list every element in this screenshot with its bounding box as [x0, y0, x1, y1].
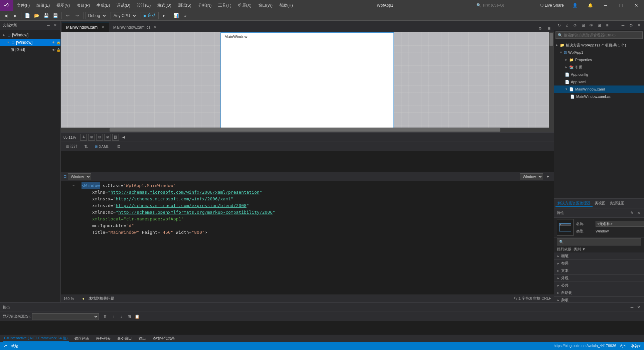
props-search-input[interactable] — [565, 240, 639, 244]
output-source-select[interactable] — [32, 313, 99, 320]
menu-tools[interactable]: 工具(T) — [215, 0, 234, 11]
run-button[interactable]: ▶ 启动 — [141, 12, 159, 19]
props-cat-appearance[interactable]: ► 外观 — [554, 275, 644, 282]
sol-collapse-btn[interactable]: ⊟ — [580, 22, 587, 29]
sol-tab-resourceview[interactable]: 资源视图 — [608, 200, 626, 206]
zoom-btn-more[interactable]: ◀ — [120, 134, 127, 141]
sol-item-references[interactable]: ► 📚 引用 — [554, 63, 644, 71]
props-pin-btn[interactable]: ✎ — [629, 210, 635, 216]
wpf-window-preview[interactable]: MainWindow — [220, 32, 394, 132]
sol-refresh-btn[interactable]: ⟳ — [572, 22, 579, 29]
props-search-box[interactable]: 🔍 — [557, 238, 641, 245]
back-btn[interactable]: ◀ — [1, 12, 10, 19]
footer-tab-output[interactable]: 输出 — [137, 335, 147, 342]
sol-item-properties[interactable]: ► 📁 Properties — [554, 56, 644, 63]
props-cat-layout[interactable]: ► 布局 — [554, 260, 644, 267]
output-copy-btn[interactable]: 📋 — [134, 313, 141, 320]
minimize-button[interactable]: ─ — [598, 0, 613, 11]
design-surface[interactable]: MainWindow — [61, 32, 554, 132]
search-input[interactable] — [483, 3, 532, 7]
search-box[interactable]: 🔍 — [474, 2, 534, 9]
menu-project[interactable]: 项目(P) — [73, 0, 93, 11]
sol-tab-classview[interactable]: 类视图 — [593, 200, 608, 206]
zoom-btn-img[interactable]: 🖼 — [112, 134, 119, 141]
menu-edit[interactable]: 编辑(E) — [33, 0, 53, 11]
open-btn[interactable]: 📂 — [32, 12, 41, 19]
zoom-btn-A[interactable]: A — [80, 134, 87, 141]
solution-search-box[interactable]: 🔍 — [555, 31, 643, 39]
menu-file[interactable]: 文件(F) — [13, 0, 33, 11]
save-all-btn[interactable]: 💾 — [51, 12, 60, 19]
props-cat-automation[interactable]: ► 自动化 — [554, 289, 644, 297]
diagnostics-btn[interactable]: 📊 — [172, 12, 180, 19]
menu-design[interactable]: 设计(G) — [134, 0, 154, 11]
xaml-action-btn[interactable]: ⊡ — [116, 143, 122, 150]
pin-btn[interactable]: ─ — [46, 23, 51, 28]
run-options-btn[interactable]: ▼ — [159, 12, 168, 19]
design-scrollbar-h[interactable] — [61, 128, 549, 132]
forward-btn[interactable]: ▶ — [11, 12, 19, 19]
sol-item-appconfig[interactable]: 📄 App.config — [554, 71, 644, 78]
redo-btn[interactable]: ↪ — [73, 12, 82, 19]
sol-home-btn[interactable]: ⌂ — [564, 22, 571, 29]
menu-analyze[interactable]: 分析(N) — [195, 0, 215, 11]
output-word-wrap-btn[interactable]: ⊞ — [126, 313, 133, 320]
tree-item-window-root[interactable]: ► ⊡ [Window] — [0, 31, 60, 39]
footer-tab-errors[interactable]: 错误列表 — [73, 335, 91, 342]
output-pin-btn[interactable]: ─ — [629, 305, 635, 310]
sol-item-project[interactable]: ▼ ⊡ WpfApp1 — [554, 49, 644, 56]
output-close-btn[interactable]: ✕ — [636, 305, 641, 310]
code-class-select[interactable]: Window — [68, 173, 91, 180]
props-cat-brush[interactable]: ► 画笔 — [554, 252, 644, 260]
menu-build[interactable]: 生成(B) — [93, 0, 113, 11]
eye-icon[interactable]: 👁 — [52, 41, 55, 44]
sol-item-appxaml[interactable]: 📄 App.xaml — [554, 78, 644, 85]
menu-window[interactable]: 窗口(W) — [255, 0, 276, 11]
maximize-button[interactable]: □ — [613, 0, 629, 11]
zoom-btn-grid[interactable]: ⊞ — [88, 134, 95, 141]
tab-close-cs[interactable]: ✕ — [153, 25, 157, 30]
sol-show-btn[interactable]: 👁 — [588, 22, 595, 29]
props-name-input[interactable] — [596, 221, 644, 227]
sol-close-btn[interactable]: ✕ — [635, 22, 643, 29]
notifications-button[interactable]: 🔔 — [583, 0, 598, 11]
sol-settings-btn[interactable]: ⚙ — [627, 22, 635, 29]
view-tab-xaml[interactable]: ⊞ XAML — [92, 144, 112, 149]
lock-icon-grid[interactable]: 🔒 — [56, 48, 60, 52]
tab-mainwindow-cs[interactable]: MainWindow.xaml.cs ✕ — [109, 22, 161, 32]
sol-tab-explorer[interactable]: 解决方案资源管理器 — [555, 200, 593, 207]
sol-pin-btn[interactable]: ─ — [619, 22, 627, 29]
output-clear-btn[interactable]: 🗑 — [102, 313, 109, 320]
swap-icon[interactable]: ⇅ — [83, 143, 90, 150]
sol-item-mainwindowcs[interactable]: 📄 MainWindow.xaml.cs — [554, 93, 644, 100]
save-btn[interactable]: 💾 — [42, 12, 50, 19]
close-button[interactable]: ✕ — [629, 0, 644, 11]
footer-tab-tasks[interactable]: 任务列表 — [95, 335, 112, 342]
design-options-btn[interactable]: ⚙ — [536, 25, 544, 32]
more-tools-btn[interactable]: » — [181, 12, 190, 19]
props-cat-common[interactable]: ► 公共 — [554, 282, 644, 289]
zoom-btn-snap[interactable]: ⊟ — [96, 134, 103, 141]
view-tab-design[interactable]: ⊡ 设计 — [63, 143, 80, 150]
menu-debug[interactable]: 调试(D) — [113, 0, 134, 11]
menu-test[interactable]: 测试(S) — [175, 0, 195, 11]
zoom-btn-fit[interactable]: ⊠ — [104, 134, 111, 141]
code-add-btn[interactable]: + — [544, 173, 551, 180]
tree-item-grid[interactable]: ⊞ [Grid] 👁 🔒 — [0, 46, 60, 53]
solution-search-input[interactable] — [564, 33, 640, 37]
props-close-btn[interactable]: ✕ — [636, 210, 641, 216]
eye-icon-grid[interactable]: 👁 — [52, 48, 55, 52]
props-cat-misc[interactable]: ► 杂项 — [554, 297, 644, 302]
menu-extensions[interactable]: 扩展(X) — [235, 0, 255, 11]
live-share-button[interactable]: ⬡ Live Share — [537, 0, 567, 11]
code-member-select[interactable]: Window — [520, 173, 543, 180]
props-cat-text[interactable]: ► 文本 — [554, 267, 644, 275]
debug-config-select[interactable]: Debug — [85, 12, 107, 19]
menu-format[interactable]: 格式(O) — [154, 0, 174, 11]
sol-item-mainwindow[interactable]: ▼ 📄 MainWindow.xaml — [554, 85, 644, 93]
platform-select[interactable]: Any CPU — [111, 12, 137, 19]
menu-help[interactable]: 帮助(H) — [276, 0, 296, 11]
sol-sync-btn[interactable]: ↻ — [555, 22, 563, 29]
tab-mainwindow-xaml[interactable]: MainWindow.xaml ✕ — [62, 22, 109, 32]
new-file-btn[interactable]: 📄 — [23, 12, 32, 19]
